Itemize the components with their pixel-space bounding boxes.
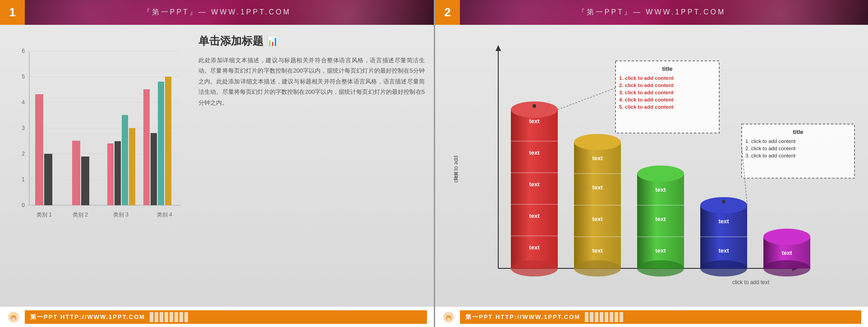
svg-text:text: text — [655, 247, 666, 254]
svg-text:text: text — [592, 155, 603, 161]
bar-c4-s2 — [151, 133, 157, 205]
svg-text:3. click to add content: 3. click to add content — [619, 90, 674, 95]
bar-c2-s2 — [81, 157, 89, 205]
svg-text:6: 6 — [22, 48, 25, 54]
svg-text:text: text — [592, 247, 603, 254]
svg-text:类别 3: 类别 3 — [113, 212, 129, 218]
footer-text-2: 第一PPT HTTP://WWW.1PPT.COM — [465, 313, 580, 321]
slide-1-title[interactable]: 单击添加标题 📊 — [198, 34, 425, 48]
svg-point-42 — [574, 260, 621, 276]
chart-icon: 📊 — [267, 36, 278, 46]
bar-c4-s4 — [165, 77, 171, 205]
svg-text:text: text — [781, 249, 792, 256]
svg-text:click to add text: click to add text — [732, 279, 770, 286]
svg-text:1. click to add content: 1. click to add content — [619, 75, 674, 81]
svg-text:text: text — [718, 218, 729, 225]
bar-c3-s2 — [115, 141, 121, 205]
slide-1-body[interactable]: 此处添加详细文本描述，建议与标题相关并符合整体语言风格，语言描述尽量简洁生动。尽… — [198, 55, 425, 108]
svg-text:text: text — [529, 149, 540, 156]
svg-text:5: 5 — [22, 74, 25, 80]
slide-2: 2 『第一PPT』— WWW.1PPT.COM click to add tex… — [435, 0, 868, 327]
svg-point-51 — [637, 166, 684, 182]
footer-icon-1 — [7, 310, 20, 324]
svg-text:1: 1 — [22, 176, 25, 183]
slide-2-content: click to add text click to add text — [435, 25, 868, 307]
svg-point-66 — [763, 260, 810, 276]
svg-line-77 — [558, 88, 615, 110]
bar-c3-s4 — [129, 128, 135, 205]
svg-point-41 — [574, 134, 621, 150]
svg-point-59 — [700, 197, 747, 213]
slide-1: 1 『第一PPT』— WWW.1PPT.COM 0 1 2 — [0, 0, 434, 327]
slide-1-chart: 0 1 2 3 4 5 6 — [9, 38, 189, 228]
bar-c3-s1 — [107, 143, 114, 205]
footer-bar-1: 第一PPT HTTP://WWW.1PPT.COM — [25, 310, 427, 324]
svg-point-60 — [700, 260, 747, 276]
svg-point-29 — [511, 101, 558, 118]
slide-1-header-title: 『第一PPT』— WWW.1PPT.COM — [143, 8, 291, 17]
svg-text:text: text — [592, 184, 603, 191]
svg-text:2. click to add content: 2. click to add content — [745, 146, 796, 151]
footer-icon-2 — [442, 310, 455, 324]
svg-text:1. click to add content: 1. click to add content — [745, 138, 796, 144]
svg-text:text: text — [655, 186, 666, 193]
svg-text:3. click to add content: 3. click to add content — [745, 153, 796, 158]
bar-chart-svg: 0 1 2 3 4 5 6 — [9, 38, 189, 228]
svg-point-68 — [533, 104, 536, 108]
svg-text:2: 2 — [22, 151, 25, 157]
svg-text:4: 4 — [22, 99, 25, 106]
svg-text:text: text — [529, 212, 540, 219]
bar-c1-s1 — [35, 94, 43, 205]
svg-text:text: text — [529, 118, 540, 124]
footer-bar-2: 第一PPT HTTP://WWW.1PPT.COM — [460, 310, 861, 324]
slide-2-chart3d: click to add text click to add text — [444, 34, 859, 298]
slide-1-content: 0 1 2 3 4 5 6 — [0, 25, 434, 307]
slide-1-badge: 1 — [0, 0, 25, 25]
cylinder-chart-svg: click to add text click to add text — [444, 34, 859, 309]
svg-text:类别 4: 类别 4 — [157, 212, 172, 218]
bar-c1-s2 — [44, 154, 52, 205]
slide-1-footer: 第一PPT HTTP://WWW.1PPT.COM — [0, 307, 434, 327]
slide-2-footer: 第一PPT HTTP://WWW.1PPT.COM — [435, 307, 868, 327]
svg-marker-23 — [496, 45, 501, 51]
svg-text:4. click to add content: 4. click to add content — [619, 97, 674, 102]
svg-point-52 — [637, 260, 684, 276]
svg-text:text: text — [655, 216, 666, 222]
svg-point-30 — [511, 260, 558, 276]
slide-1-header: 1 『第一PPT』— WWW.1PPT.COM — [0, 0, 434, 25]
svg-text:类别 2: 类别 2 — [73, 212, 88, 218]
footer-stripes-1 — [150, 312, 188, 322]
svg-text:0: 0 — [22, 202, 25, 208]
svg-text:text: text — [718, 247, 729, 254]
slide-2-badge: 2 — [435, 0, 460, 25]
slide-2-header-title: 『第一PPT』— WWW.1PPT.COM — [578, 8, 726, 17]
slide-1-text-area: 单击添加标题 📊 此处添加详细文本描述，建议与标题相关并符合整体语言风格，语言描… — [198, 34, 425, 298]
svg-point-69 — [722, 200, 726, 203]
footer-text-1: 第一PPT HTTP://WWW.1PPT.COM — [30, 313, 145, 321]
bar-c4-s1 — [143, 89, 150, 205]
svg-text:类别 1: 类别 1 — [37, 212, 52, 218]
svg-point-65 — [763, 229, 810, 245]
bar-c2-s1 — [72, 141, 80, 205]
svg-text:2. click to add content: 2. click to add content — [619, 83, 674, 88]
svg-text:text: text — [529, 181, 540, 188]
svg-text:title: title — [662, 65, 672, 72]
svg-text:text: text — [592, 216, 603, 222]
svg-text:title: title — [793, 129, 803, 135]
svg-text:text: text — [529, 244, 540, 251]
svg-text:text: text — [453, 171, 459, 180]
bar-c4-s3 — [158, 82, 164, 205]
footer-stripes-2 — [585, 312, 623, 322]
slide-2-header: 2 『第一PPT』— WWW.1PPT.COM — [435, 0, 868, 25]
svg-text:3: 3 — [22, 125, 25, 131]
bar-c3-s3 — [122, 115, 128, 205]
svg-text:5. click to add content: 5. click to add content — [619, 104, 674, 110]
